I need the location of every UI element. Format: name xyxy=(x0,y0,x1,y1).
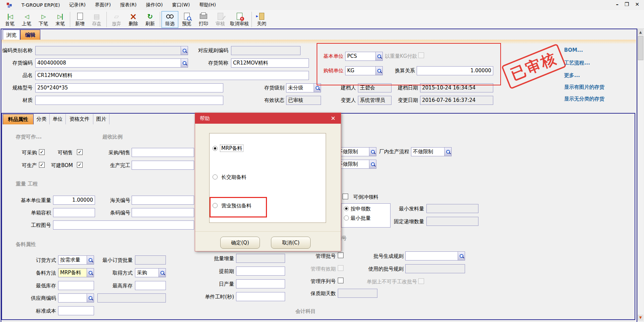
link-more[interactable]: 更多... xyxy=(564,72,580,79)
label-over-finish: 生产完工 xyxy=(101,162,130,169)
over-finish-field[interactable] xyxy=(132,161,194,170)
item-code-field[interactable]: 400400008 xyxy=(35,58,188,68)
box-volume-field[interactable] xyxy=(53,208,95,217)
material-field[interactable] xyxy=(35,96,223,105)
lookup-button[interactable] xyxy=(87,256,94,264)
link-show-unclassified[interactable]: 显示无分类的存货 xyxy=(564,96,604,102)
lookup-button[interactable] xyxy=(87,294,94,302)
toolbar-cancel-audit-button[interactable]: × 取消审核 xyxy=(229,11,250,28)
backflush-checkbox[interactable] xyxy=(342,194,348,199)
menu-interface[interactable]: 界面(F) xyxy=(95,2,111,8)
ok-button[interactable]: 确定(Q) xyxy=(220,237,260,249)
minimize-button[interactable]: – xyxy=(616,1,618,7)
menu-operate[interactable]: 操作(O) xyxy=(146,2,163,8)
toolbar-preview-button[interactable]: 预览 xyxy=(178,11,195,28)
can-bom-checkbox[interactable]: ✓ xyxy=(77,162,83,168)
item-abbr-field[interactable]: CR12MOV精料 xyxy=(231,58,309,68)
scroll-thumb[interactable] xyxy=(638,36,643,60)
dialog-close-icon[interactable]: ✕ xyxy=(329,113,337,124)
vertical-scrollbar[interactable]: ▲ ▼ xyxy=(637,29,643,321)
barcode-field[interactable] xyxy=(132,208,194,217)
lookup-button[interactable] xyxy=(458,252,465,260)
min-stock-field[interactable] xyxy=(58,281,94,290)
toolbar-new-button[interactable]: 新增 xyxy=(72,11,88,28)
customs-code-field[interactable] xyxy=(132,196,194,205)
lookup-button[interactable] xyxy=(375,67,382,75)
unit-seconds-field[interactable] xyxy=(236,292,285,301)
spec-field[interactable]: 250*240*35 xyxy=(35,83,223,92)
toolbar-print-button[interactable]: 打印 xyxy=(195,11,212,28)
close-button[interactable]: ✕ xyxy=(635,1,639,7)
lookup-button[interactable] xyxy=(158,269,166,277)
by-request-radio[interactable] xyxy=(344,206,349,211)
toolbar-delete-button[interactable]: × 删除 xyxy=(125,11,142,28)
lookup-button[interactable] xyxy=(369,160,376,168)
prep-method-field[interactable]: MRP备料 xyxy=(58,268,94,277)
menu-record[interactable]: 记录(R) xyxy=(69,2,86,8)
mrp-option-radio[interactable] xyxy=(213,146,218,151)
subtab-item-attributes[interactable]: 料品属性 xyxy=(3,114,34,124)
subtab-unit[interactable]: 单位 xyxy=(50,114,66,124)
lookup-button[interactable] xyxy=(444,148,451,156)
over-purchase-field[interactable] xyxy=(132,148,194,157)
drawing-no-field[interactable] xyxy=(53,220,194,230)
lookup-button[interactable] xyxy=(369,148,376,156)
scroll-up-arrow[interactable]: ▲ xyxy=(638,29,643,35)
lookup-button[interactable] xyxy=(87,269,94,277)
toolbar-last-button[interactable]: ▷| 末笔 xyxy=(52,11,68,28)
manage-batch-checkbox[interactable] xyxy=(338,252,343,258)
subtab-qualification[interactable]: 资格文件 xyxy=(66,114,93,124)
restore-button[interactable]: ❐ xyxy=(625,1,629,7)
acquire-mode-field[interactable]: 采购 xyxy=(135,268,166,277)
mrp-option-label[interactable]: MRP备料 xyxy=(220,145,243,152)
manage-serial-checkbox[interactable] xyxy=(338,278,343,283)
max-stock-field[interactable] xyxy=(135,281,166,290)
order-mode-field[interactable]: 按需求量 xyxy=(58,255,94,265)
std-cost-field[interactable] xyxy=(58,306,94,315)
level-field[interactable]: 未分级 xyxy=(286,83,321,92)
purchasable-checkbox[interactable]: ✓ xyxy=(39,149,45,155)
long-cycle-option-label[interactable]: 长交期备料 xyxy=(221,174,246,180)
long-cycle-option-radio[interactable] xyxy=(213,174,218,179)
code-type-field[interactable] xyxy=(35,46,188,55)
subtab-category[interactable]: 分类 xyxy=(34,114,50,124)
supplier-code-field[interactable] xyxy=(58,293,94,303)
toolbar-close-button[interactable]: 关闭 xyxy=(253,11,270,28)
subtab-picture[interactable]: 图片 xyxy=(93,114,109,124)
base-weight-field[interactable]: 1.00000 xyxy=(53,196,95,205)
menu-report[interactable]: 报表(R) xyxy=(120,2,137,8)
toolbar-prev-button[interactable]: ◁ 上笔 xyxy=(18,11,35,28)
toolbar-first-button[interactable]: |◁ 首笔 xyxy=(1,11,18,28)
factory-flow-field[interactable]: 不做限制 xyxy=(411,147,452,156)
lookup-button[interactable] xyxy=(375,52,382,61)
toolbar-filter-button[interactable]: 筛选 xyxy=(162,11,178,28)
toolbar-refresh-button[interactable]: ↻ 刷新 xyxy=(142,11,158,28)
restriction-field-2[interactable]: 不做限制 xyxy=(336,160,376,169)
link-bom[interactable]: BOM... xyxy=(564,47,583,53)
menu-window[interactable]: 窗口(W) xyxy=(172,2,190,8)
base-unit-field[interactable]: PCS xyxy=(345,52,383,61)
toolbar-next-button[interactable]: ▷ 下笔 xyxy=(35,11,52,28)
tab-edit[interactable]: 编辑 xyxy=(20,30,40,40)
restriction-field-1[interactable]: 不做限制 xyxy=(336,147,376,156)
label-status: 有效状态 xyxy=(239,97,284,104)
lookup-button[interactable] xyxy=(181,46,188,55)
trade-unit-field[interactable]: KG xyxy=(345,66,383,75)
producible-checkbox[interactable]: ✓ xyxy=(39,162,45,168)
menu-help[interactable]: 帮助(H) xyxy=(199,2,216,8)
daily-output-field[interactable] xyxy=(236,279,285,288)
menu-app[interactable]: T-GROUP ERP(E) xyxy=(21,2,60,8)
lead-time-field[interactable] xyxy=(236,267,285,276)
min-batch-radio[interactable] xyxy=(344,215,349,220)
cancel-button[interactable]: 取消(C) xyxy=(271,237,311,249)
item-name-field[interactable]: CR12MOV精料 xyxy=(35,71,309,80)
conversion-field[interactable]: 1.00000 xyxy=(417,66,493,75)
tab-browse[interactable]: 浏览 xyxy=(3,30,20,40)
link-process-flow[interactable]: 工艺流程... xyxy=(564,60,590,66)
link-show-with-picture[interactable]: 显示有图片的存货 xyxy=(564,84,604,90)
label-item-code: 存货编码 xyxy=(0,60,33,66)
batch-rule-field[interactable] xyxy=(405,251,465,260)
sellable-checkbox[interactable]: ✓ xyxy=(77,149,83,155)
scroll-down-arrow[interactable]: ▼ xyxy=(638,315,643,321)
lookup-button[interactable] xyxy=(181,59,188,67)
